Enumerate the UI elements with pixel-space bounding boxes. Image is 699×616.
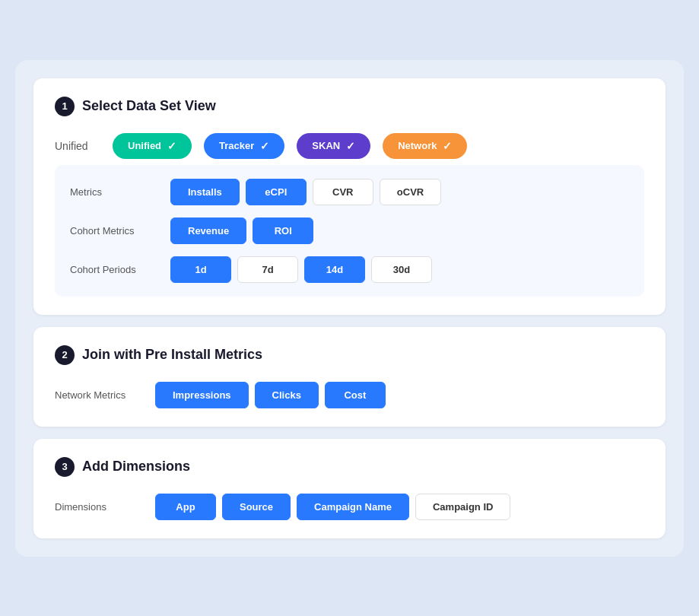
- tracker-check: ✓: [260, 140, 269, 152]
- btn-ecpi[interactable]: eCPI: [246, 179, 307, 205]
- unified-check: ✓: [167, 140, 176, 152]
- tracker-label-text: Tracker: [219, 140, 254, 151]
- btn-14d[interactable]: 14d: [304, 256, 365, 283]
- section2-card: 2 Join with Pre Install Metrics Network …: [33, 327, 666, 427]
- network-check: ✓: [443, 140, 452, 152]
- btn-1d[interactable]: 1d: [170, 256, 231, 283]
- btn-30d[interactable]: 30d: [371, 256, 432, 283]
- network-metrics-btn-group: Impressions Clicks Cost: [155, 382, 386, 408]
- skan-label-text: SKAN: [312, 140, 340, 151]
- dataset-row: Unified Unified ✓ Tracker ✓ SKAN ✓ Netwo…: [55, 133, 644, 159]
- section3-title: Add Dimensions: [82, 459, 190, 475]
- metrics-row: Metrics Installs eCPI CVR oCVR: [70, 179, 629, 205]
- btn-clicks[interactable]: Clicks: [255, 382, 319, 408]
- btn-app[interactable]: App: [155, 494, 216, 520]
- unified-label-text: Unified: [128, 140, 161, 151]
- unified-row-label: Unified: [55, 140, 100, 152]
- cohort-metrics-row: Cohort Metrics Revenue ROI: [70, 218, 629, 244]
- btn-source[interactable]: Source: [222, 494, 291, 520]
- section2-number: 2: [55, 345, 75, 365]
- metrics-btn-group: Installs eCPI CVR oCVR: [170, 179, 441, 205]
- dataset-btn-network[interactable]: Network ✓: [383, 133, 467, 159]
- section1-header: 1 Select Data Set View: [55, 97, 644, 116]
- section2-title: Join with Pre Install Metrics: [82, 347, 262, 363]
- btn-roi[interactable]: ROI: [253, 218, 313, 244]
- dataset-btn-tracker[interactable]: Tracker ✓: [204, 133, 284, 159]
- dimensions-row: Dimensions App Source Campaign Name Camp…: [55, 494, 644, 520]
- section1-card: 1 Select Data Set View Unified Unified ✓…: [33, 78, 666, 315]
- network-label-text: Network: [398, 140, 437, 151]
- metrics-section: Metrics Installs eCPI CVR oCVR Cohort Me…: [55, 165, 644, 297]
- network-metrics-label: Network Metrics: [55, 389, 146, 401]
- network-metrics-row: Network Metrics Impressions Clicks Cost: [55, 382, 644, 408]
- dataset-btn-skan[interactable]: SKAN ✓: [297, 133, 370, 159]
- btn-revenue[interactable]: Revenue: [170, 218, 246, 244]
- cohort-periods-label: Cohort Periods: [70, 264, 161, 275]
- btn-cvr[interactable]: CVR: [313, 179, 373, 205]
- cohort-periods-row: Cohort Periods 1d 7d 14d 30d: [70, 256, 629, 283]
- dataset-btn-unified[interactable]: Unified ✓: [113, 133, 192, 159]
- main-container: 1 Select Data Set View Unified Unified ✓…: [15, 60, 684, 557]
- section1-title: Select Data Set View: [82, 98, 216, 114]
- btn-impressions[interactable]: Impressions: [155, 382, 249, 408]
- cohort-metrics-label: Cohort Metrics: [70, 225, 161, 237]
- btn-cost[interactable]: Cost: [325, 382, 386, 408]
- metrics-row-label: Metrics: [70, 186, 161, 198]
- section3-header: 3 Add Dimensions: [55, 457, 644, 477]
- section1-number: 1: [55, 97, 75, 116]
- skan-check: ✓: [346, 140, 355, 152]
- dimensions-label: Dimensions: [55, 501, 146, 513]
- section3-card: 3 Add Dimensions Dimensions App Source C…: [33, 439, 666, 538]
- cohort-periods-btn-group: 1d 7d 14d 30d: [170, 256, 432, 283]
- btn-7d[interactable]: 7d: [237, 256, 298, 283]
- btn-campaign-name[interactable]: Campaign Name: [297, 494, 409, 520]
- btn-installs[interactable]: Installs: [170, 179, 240, 205]
- btn-campaign-id[interactable]: Campaign ID: [415, 494, 510, 520]
- cohort-metrics-btn-group: Revenue ROI: [170, 218, 313, 244]
- section2-header: 2 Join with Pre Install Metrics: [55, 345, 644, 365]
- dimensions-btn-group: App Source Campaign Name Campaign ID: [155, 494, 510, 520]
- section3-number: 3: [55, 457, 75, 477]
- btn-ocvr[interactable]: oCVR: [380, 179, 441, 205]
